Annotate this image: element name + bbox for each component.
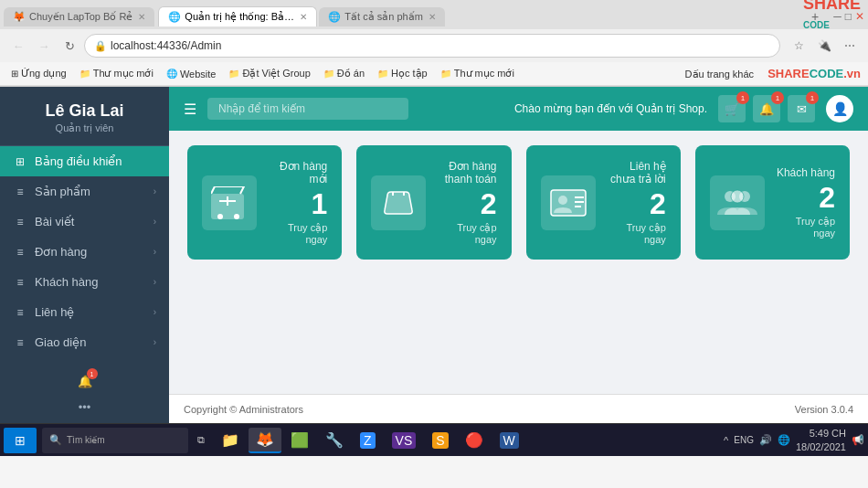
sidebar-item-left-articles: ≡ Bài viết [13, 215, 74, 228]
topbar-right: Chào mừng bạn đến với Quản trị Shop. 🛒 1… [514, 95, 853, 122]
sidebar-item-design[interactable]: ≡ Giao diện › [0, 327, 169, 357]
browser-tab-tab1[interactable]: 🦊Chuyến LapTop Bổ Rẻ✕ [4, 7, 154, 27]
sidebar-role: Quản trị viên [11, 122, 158, 134]
card-count-contacts: 2 [607, 189, 666, 218]
bookmark-item-0[interactable]: ⊞Ứng dụng [7, 67, 70, 80]
tab-close-tab3[interactable]: ✕ [429, 12, 436, 22]
vs-icon: VS [392, 432, 417, 449]
bookmark-item-6[interactable]: 📁Thư mục mới [437, 67, 518, 80]
sidebar-label-design: Giao diện [35, 335, 86, 349]
taskbar-vs[interactable]: VS [385, 428, 424, 453]
tab-close-tab1[interactable]: ✕ [138, 12, 145, 22]
bookmark-item-5[interactable]: 📁Học tập [374, 67, 431, 80]
card-link-new-orders[interactable]: Truy cập ngay [268, 222, 327, 245]
topbar-icons: 🛒 1 🔔 1 ✉ 1 [718, 95, 815, 122]
taskbar-coccoc[interactable]: 🦊 [249, 428, 281, 453]
sidebar-label-dashboard: Bảng điều khiển [35, 154, 122, 168]
sidebar-label-articles: Bài viết [35, 215, 74, 228]
address-bar[interactable]: 🔒 localhost:44336/Admin [84, 34, 780, 58]
taskbar-folder[interactable]: 📁 [214, 428, 247, 453]
sharecode-logo: SHARECODE [803, 0, 861, 33]
card-link-paid-orders[interactable]: Truy cập ngay [437, 222, 496, 245]
dashboard-card-paid-orders[interactable]: Đơn hàng thanh toán 2 Truy cập ngay [356, 145, 511, 260]
more-bookmarks[interactable]: Dấu trang khác SHARECODE.vn [685, 67, 861, 80]
sidebar-chevron-contact: › [153, 307, 156, 317]
bookmark-label-1: Thư mục mới [93, 68, 153, 80]
taskbar-datetime: 5:49 CH 18/02/2021 [796, 427, 846, 453]
browser-tabs: 🦊Chuyến LapTop Bổ Rẻ✕🌐Quản trị hệ thống:… [0, 0, 868, 29]
dashboard-card-customers[interactable]: Khách hàng 2 Truy cập ngay [695, 145, 850, 260]
back-button[interactable]: ← [7, 35, 29, 57]
taskbar-notepad[interactable]: S [425, 428, 455, 453]
reload-button[interactable]: ↻ [58, 35, 80, 57]
sidebar-item-customers[interactable]: ≡ Khách hàng › [0, 267, 169, 297]
taskbar-app2[interactable]: 🔧 [318, 428, 351, 453]
dashboard-card-new-orders[interactable]: Đơn hàng mới 1 Truy cập ngay [187, 145, 342, 260]
browser-bookmarks: ⊞Ứng dụng📁Thư mục mới🌐Website📁Đặt Việt G… [0, 62, 868, 86]
taskbar-app3[interactable]: 🔴 [458, 428, 491, 453]
bookmark-icon-2: 🌐 [166, 69, 177, 79]
sidebar-item-orders[interactable]: ≡ Đơn hàng › [0, 237, 169, 267]
extension-button[interactable]: 🔌 [813, 35, 835, 57]
sidebar-item-dashboard[interactable]: ⊞ Bảng điều khiển [0, 146, 169, 176]
bookmark-label-2: Website [180, 69, 217, 80]
sidebar-item-products[interactable]: ≡ Sản phẩm › [0, 176, 169, 207]
sidebar-item-system[interactable]: ≡ Hệ thống › [0, 357, 169, 365]
coccoc-icon: 🦊 [256, 430, 274, 448]
bookmark-star-button[interactable]: ☆ [788, 35, 810, 57]
card-link-contacts[interactable]: Truy cập ngay [607, 222, 666, 245]
bookmark-icon-6: 📁 [440, 69, 451, 79]
taskbar-app1[interactable]: 🟩 [283, 428, 316, 453]
taskbar-date-display: 18/02/2021 [796, 440, 846, 453]
bookmark-label-5: Học tập [391, 68, 428, 80]
card-icon-wrap-new-orders [202, 175, 257, 230]
secure-icon: 🔒 [94, 40, 107, 52]
sidebar-item-contact[interactable]: ≡ Liên hệ › [0, 297, 169, 327]
taskbar-lang[interactable]: ENG [734, 435, 754, 445]
bookmark-item-1[interactable]: 📁Thư mục mới [76, 67, 157, 80]
taskbar: ⊞ 🔍 Tìm kiếm ⧉ 📁 🦊 🟩 🔧 Z VS S 🔴 W ^ ENG … [0, 423, 868, 456]
sidebar-more-icon[interactable]: ••• [74, 396, 96, 418]
address-text: localhost:44336/Admin [111, 39, 221, 52]
zoom-icon: Z [360, 432, 376, 449]
welcome-text: Chào mừng bạn đến với Quản trị Shop. [514, 102, 707, 115]
search-input[interactable] [207, 98, 408, 120]
bookmark-item-2[interactable]: 🌐Website [163, 68, 220, 80]
sidebar-chevron-orders: › [153, 247, 156, 257]
bookmark-icon-0: ⊞ [11, 69, 18, 79]
cart-badge: 1 [736, 91, 749, 104]
start-button[interactable]: ⊞ [4, 428, 37, 453]
user-avatar[interactable]: 👤 [826, 95, 853, 122]
sidebar-label-orders: Đơn hàng [35, 245, 87, 259]
taskbar-notification-btn[interactable]: 📢 [852, 434, 864, 446]
sidebar-chevron-design: › [153, 337, 156, 347]
bell-icon-button[interactable]: 🔔 1 [753, 95, 780, 122]
taskbar-network[interactable]: 🌐 [778, 434, 790, 446]
task-view-button[interactable]: ⧉ [190, 428, 212, 453]
message-icon-button[interactable]: ✉ 1 [788, 95, 815, 122]
sidebar-icon-contact: ≡ [13, 306, 27, 319]
settings-button[interactable]: ⋯ [839, 35, 861, 57]
cart-icon-button[interactable]: 🛒 1 [718, 95, 746, 122]
taskbar-zoom[interactable]: Z [353, 428, 383, 453]
browser-tab-tab3[interactable]: 🌐Tất cả sản phẩm✕ [319, 7, 444, 27]
taskbar-search[interactable]: 🔍 Tìm kiếm [42, 428, 188, 453]
card-link-customers[interactable]: Truy cập ngay [776, 216, 835, 239]
sidebar-icon-design: ≡ [13, 336, 27, 349]
card-title-new-orders: Đơn hàng mới [268, 160, 327, 186]
sidebar-bell-icon[interactable]: 🔔 1 [74, 370, 96, 392]
sidebar-item-left-products: ≡ Sản phẩm [13, 185, 90, 198]
bookmark-item-3[interactable]: 📁Đặt Việt Group [225, 67, 313, 80]
topbar-hamburger-icon[interactable]: ☰ [184, 101, 196, 118]
taskbar-word[interactable]: W [492, 428, 526, 453]
dashboard-card-contacts[interactable]: Liên hệ chưa trả lời 2 Truy cập ngay [526, 145, 681, 260]
browser-chrome: 🦊Chuyến LapTop Bổ Rẻ✕🌐Quản trị hệ thống:… [0, 0, 868, 87]
taskbar-tray-up[interactable]: ^ [724, 435, 728, 446]
bookmark-label-0: Ứng dụng [21, 68, 67, 80]
browser-tab-tab2[interactable]: 🌐Quản trị hệ thống: Bảng điề...✕ [158, 6, 317, 27]
forward-button[interactable]: → [33, 35, 55, 57]
sidebar-item-articles[interactable]: ≡ Bài viết › [0, 207, 169, 237]
tab-close-tab2[interactable]: ✕ [300, 12, 307, 22]
bookmark-item-4[interactable]: 📁Đồ án [320, 67, 368, 80]
taskbar-sound[interactable]: 🔊 [759, 434, 772, 446]
